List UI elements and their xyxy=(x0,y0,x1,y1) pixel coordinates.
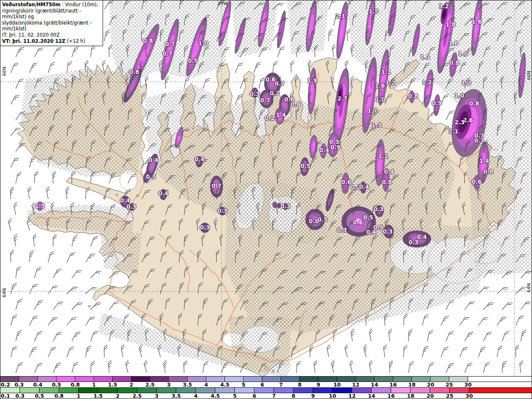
precip-value-label: 0.9 xyxy=(432,100,442,106)
precip-value-label: 0.3 xyxy=(281,203,291,209)
precip-value-label: 3.2 xyxy=(439,3,449,10)
legend-bar-snow xyxy=(0,376,532,382)
precip-value-label: 0.7 xyxy=(165,41,175,47)
legend-segment xyxy=(98,388,118,393)
legend-tick-label: 0.1 xyxy=(1,393,10,399)
legend-segment xyxy=(215,388,235,393)
legend-ticks-snow: 0.20.30.40.50.811.522.533.544.5567891012… xyxy=(0,382,532,387)
legend-segment xyxy=(300,377,318,382)
legend-segment xyxy=(274,388,293,393)
legend-segment xyxy=(431,377,449,382)
precip-value-label: 0.3 xyxy=(409,239,419,246)
legend-tick-label: 4.5 xyxy=(211,393,220,399)
precip-value-label: 0.7 xyxy=(275,80,285,87)
title-line-5: VT: þri. 11.02.2020 12Z (+12 h) xyxy=(2,38,101,44)
precip-value-label: 0.5 xyxy=(363,214,373,221)
precip-value-label: 2.3 xyxy=(455,119,465,126)
legend-segment xyxy=(469,388,532,393)
legend-segment xyxy=(449,377,468,382)
graticule-label: 66N xyxy=(2,66,7,76)
weather-map: 0.80.80.70.71.00.52.11.53.21.81.61.01.61… xyxy=(0,0,532,376)
legend-segment xyxy=(79,388,98,393)
precip-value-label: 0.5 xyxy=(318,216,328,223)
legend-tick-label: 6 xyxy=(253,393,256,399)
legend-segment xyxy=(150,377,169,382)
legend-ticks-rain: 0.10.30.50.811.522.533.544.5567891012141… xyxy=(0,393,532,399)
legend-tick-label: 10 xyxy=(333,382,340,388)
map-canvas xyxy=(0,0,532,376)
legend-segment xyxy=(38,377,57,382)
legend-tick-label: 25 xyxy=(446,382,453,388)
legend-segment xyxy=(75,377,94,382)
precip-value-label: 0.3 xyxy=(217,207,227,214)
legend-tick-label: 0.8 xyxy=(71,382,80,388)
legend-tick-label: 0.8 xyxy=(54,393,64,399)
legend-segment xyxy=(313,388,332,393)
precip-value-label: 0.8 xyxy=(449,59,459,66)
legend-tick-label: 7 xyxy=(279,382,283,388)
precip-value-label: 1.3 xyxy=(372,122,382,128)
precip-value-label: 1.0 xyxy=(454,92,464,99)
weather-map-frame: 0.80.80.70.71.00.52.11.53.21.81.61.01.61… xyxy=(0,0,532,399)
legend-segment xyxy=(176,388,196,393)
legend-tick-label: 4.5 xyxy=(220,382,229,388)
precip-value-label: 1.4 xyxy=(276,111,286,118)
precip-value-label: 0.3 xyxy=(200,224,210,231)
legend-tick-label: 4 xyxy=(204,382,208,388)
precip-value-label: 0.8 xyxy=(143,37,153,44)
precip-value-label: 0.9 xyxy=(330,144,340,150)
precip-value-label: 0.4 xyxy=(359,183,369,190)
precip-value-label: 1.2 xyxy=(422,79,432,86)
legend-segment xyxy=(137,388,157,393)
legend-segment xyxy=(94,377,113,382)
precip-value-label: 0.4 xyxy=(120,197,130,204)
legend-segment xyxy=(20,388,39,393)
legend-tick-label: 20 xyxy=(427,382,434,388)
precip-value-label: 0.4 xyxy=(195,156,204,163)
legend-tick-label: 9 xyxy=(317,382,320,388)
precip-value-label: 1.2 xyxy=(461,79,471,86)
legend-tick-label: 1 xyxy=(77,393,81,399)
legend-tick-label: 14 xyxy=(371,382,378,388)
legend-segment xyxy=(332,388,352,393)
precip-value-label: 0.7 xyxy=(270,90,280,96)
precip-value-label: 0.8 xyxy=(382,179,392,185)
legend-segment xyxy=(468,377,532,382)
legend-tick-label: 3 xyxy=(155,393,159,399)
legend-segment xyxy=(59,388,79,393)
title-line-3: slydda/snjókoma (grátt/bleikt/grænt - mm… xyxy=(2,20,101,32)
precip-value-label: 0.7 xyxy=(260,97,270,103)
graticule-label: 66N xyxy=(526,71,532,80)
legend-segment xyxy=(411,388,430,393)
legend-segment xyxy=(337,377,356,382)
precip-value-label: 0.4 xyxy=(291,101,300,108)
model-name: Veðurstofan/HM750m xyxy=(2,2,60,7)
legend-segment xyxy=(450,388,469,393)
legend-segment xyxy=(39,388,59,393)
legend-tick-label: 5 xyxy=(242,382,246,388)
legend-tick-label: 1.5 xyxy=(94,393,103,399)
precip-value-label: 0.6 xyxy=(341,179,351,185)
precip-value-label: 1.5 xyxy=(35,203,45,209)
legend-segment xyxy=(374,377,393,382)
precip-value-label: 0.4 xyxy=(148,157,158,163)
precip-value-label: 1.6 xyxy=(448,40,458,47)
legend-segment xyxy=(352,388,372,393)
legend-tick-label: 0.5 xyxy=(52,382,61,388)
legend-tick-label: 0.4 xyxy=(33,382,42,388)
precip-value-label: 2.1 xyxy=(335,13,345,20)
legend-segment xyxy=(372,388,391,393)
legend-tick-label: 3 xyxy=(167,382,171,388)
legend-tick-label: 0.3 xyxy=(15,382,24,388)
legend-tick-label: 25 xyxy=(446,393,453,399)
valid-time: VT: þri. 11.02.2020 12Z xyxy=(2,38,65,44)
legend-segment xyxy=(225,377,244,382)
legend-segment xyxy=(206,377,225,382)
precip-value-label: 0.3 xyxy=(374,206,384,212)
legend-segment xyxy=(318,377,337,382)
precip-value-label: 0.5 xyxy=(300,163,310,169)
precip-value-label: 0.7 xyxy=(212,182,222,189)
legend-tick-label: 5 xyxy=(233,393,237,399)
legend-tick-label: 18 xyxy=(408,382,415,388)
precip-value-label: 0.3 xyxy=(146,173,156,180)
